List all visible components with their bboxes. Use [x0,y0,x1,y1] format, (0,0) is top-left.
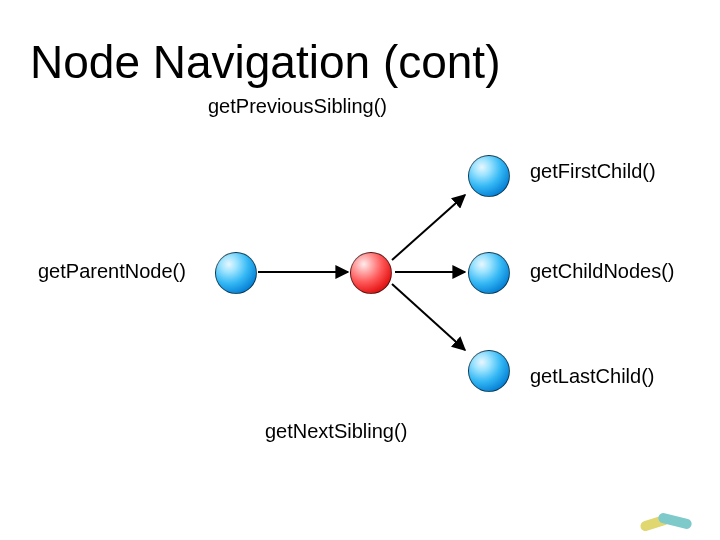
node-current [350,252,392,294]
svg-line-1 [392,195,465,260]
svg-line-3 [392,284,465,350]
node-parent [215,252,257,294]
footer-decoration [640,498,695,528]
node-first-child [468,155,510,197]
node-child [468,252,510,294]
node-last-child [468,350,510,392]
